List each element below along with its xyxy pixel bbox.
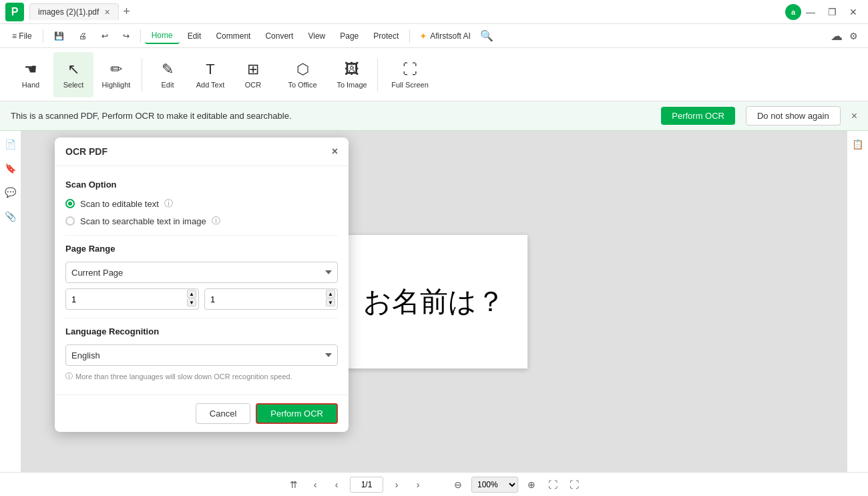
- add-text-tool[interactable]: T Add Text: [190, 52, 230, 97]
- info-icon-2[interactable]: ⓘ: [212, 215, 220, 227]
- fit-page-button[interactable]: ⛶: [545, 477, 561, 493]
- add-text-icon: T: [206, 61, 214, 78]
- tab-home[interactable]: Home: [145, 28, 180, 44]
- tab-protect[interactable]: Protect: [367, 29, 405, 43]
- sidebar-bookmark-icon[interactable]: 🔖: [3, 160, 19, 176]
- spin-up-from[interactable]: ▲: [187, 290, 196, 298]
- edit-tool[interactable]: ✎ Edit: [148, 52, 188, 97]
- last-page-button[interactable]: ›: [410, 477, 426, 493]
- page-range-title: Page Range: [65, 244, 338, 254]
- menu-save[interactable]: 💾: [47, 29, 71, 43]
- perform-ocr-dialog-button[interactable]: Perform OCR: [256, 403, 338, 424]
- right-sidebar: 📋: [847, 131, 868, 472]
- window-controls: — ❐ ✕: [801, 3, 863, 21]
- full-screen-tool[interactable]: ⛶ Full Screen: [383, 52, 437, 97]
- dialog-close-button[interactable]: ×: [332, 146, 338, 158]
- sidebar-attachment-icon[interactable]: 📎: [3, 208, 19, 224]
- cancel-button[interactable]: Cancel: [196, 403, 250, 424]
- select-icon: ↖: [67, 61, 79, 78]
- dialog-overlay: OCR PDF × Scan Option Scan to editable t…: [21, 131, 847, 472]
- to-office-icon: ⬡: [296, 61, 309, 78]
- page-to-input[interactable]: [204, 288, 338, 310]
- sidebar-page-icon[interactable]: 📄: [3, 136, 19, 152]
- to-office-tool[interactable]: ⬡ To Office: [276, 52, 329, 97]
- page-from-input[interactable]: [65, 288, 199, 310]
- first-page-button[interactable]: ⇈: [286, 477, 302, 493]
- zoom-out-button[interactable]: ⊖: [450, 477, 466, 493]
- hand-tool[interactable]: ☚ Hand: [11, 52, 51, 97]
- tab-label: images (2)(1).pdf: [38, 7, 99, 17]
- perform-ocr-button[interactable]: Perform OCR: [661, 107, 735, 125]
- full-screen-icon: ⛶: [403, 61, 417, 78]
- add-text-label: Add Text: [196, 81, 225, 89]
- maximize-button[interactable]: ❐: [823, 3, 841, 21]
- zoom-select[interactable]: 100% 75% 125% 150%: [471, 477, 518, 493]
- add-tab-button[interactable]: +: [119, 4, 135, 20]
- radio-editable-label: Scan to editable text: [80, 199, 159, 209]
- radio-row-2: Scan to searchable text in image ⓘ: [65, 215, 338, 227]
- cloud-icon: ☁: [831, 29, 843, 43]
- tab-view[interactable]: View: [301, 29, 332, 43]
- spin-down-from[interactable]: ▼: [187, 298, 196, 306]
- notification-close-icon[interactable]: ×: [851, 110, 857, 122]
- afirstsoft-label: Afirstsoft AI: [430, 31, 471, 41]
- ocr-label: OCR: [245, 81, 261, 89]
- minimize-button[interactable]: —: [801, 3, 820, 21]
- highlight-icon: ✏: [110, 61, 122, 78]
- zoom-in-button[interactable]: ⊕: [523, 477, 539, 493]
- tab-close-icon[interactable]: ×: [104, 7, 110, 17]
- menu-redo[interactable]: ↪: [116, 29, 136, 43]
- spin-btns-to: ▲ ▼: [326, 290, 335, 306]
- hand-icon: ☚: [24, 61, 37, 78]
- prev-page-button[interactable]: ‹: [307, 477, 323, 493]
- ai-icon: ✦: [419, 31, 427, 41]
- ocr-tool[interactable]: ⊞ OCR: [233, 52, 273, 97]
- sidebar-comment-icon[interactable]: 💬: [3, 184, 19, 200]
- ocr-icon: ⊞: [247, 61, 259, 78]
- tab-edit[interactable]: Edit: [181, 29, 208, 43]
- page-range-select[interactable]: Current Page: [65, 262, 338, 283]
- search-button[interactable]: 🔍: [477, 27, 496, 45]
- full-screen-bottom-button[interactable]: ⛶: [566, 477, 582, 493]
- radio-editable[interactable]: [65, 199, 75, 208]
- language-select[interactable]: English: [65, 344, 338, 366]
- page-to-wrap: ▲ ▼: [204, 288, 338, 310]
- spin-down-to[interactable]: ▼: [326, 298, 335, 306]
- menu-file[interactable]: ≡ File: [5, 29, 39, 43]
- to-image-tool[interactable]: 🖼 To Image: [332, 52, 372, 97]
- to-image-icon: 🖼: [345, 61, 359, 78]
- radio-row-1: Scan to editable text ⓘ: [65, 198, 338, 210]
- tab-convert[interactable]: Convert: [258, 29, 300, 43]
- app-icon: P: [5, 3, 24, 21]
- number-row: ▲ ▼ ▲ ▼: [65, 288, 338, 310]
- select-tool[interactable]: ↖ Select: [53, 52, 93, 97]
- menu-undo[interactable]: ↩: [95, 29, 115, 43]
- menu-separator-3: [409, 29, 410, 43]
- page-input[interactable]: [350, 477, 383, 493]
- close-button[interactable]: ✕: [844, 3, 863, 21]
- next-button[interactable]: ›: [389, 477, 405, 493]
- edit-icon: ✎: [162, 61, 174, 78]
- do-not-show-button[interactable]: Do not show again: [746, 106, 841, 126]
- prev-button[interactable]: ‹: [329, 477, 345, 493]
- hint-text: ⓘ More than three languages will slow do…: [65, 371, 338, 381]
- toolbar: ☚ Hand ↖ Select ✏ Highlight ✎ Edit T Add…: [0, 48, 868, 101]
- tab-page[interactable]: Page: [333, 29, 365, 43]
- highlight-tool[interactable]: ✏ Highlight: [96, 52, 136, 97]
- properties-icon[interactable]: 📋: [850, 136, 866, 152]
- settings-button[interactable]: ⚙: [844, 27, 863, 45]
- spin-up-to[interactable]: ▲: [326, 290, 335, 298]
- to-image-label: To Image: [337, 81, 367, 89]
- main-area: 📄 🔖 💬 📎 お名前は？ OCR PDF × Scan Option Scan…: [0, 131, 868, 472]
- tab-pdf[interactable]: images (2)(1).pdf ×: [29, 3, 119, 20]
- afirstsoft-ai-button[interactable]: ✦ Afirstsoft AI: [414, 28, 476, 44]
- radio-searchable[interactable]: [65, 216, 75, 226]
- menu-print[interactable]: 🖨: [72, 29, 93, 43]
- scan-option-title: Scan Option: [65, 180, 338, 190]
- info-icon-1[interactable]: ⓘ: [164, 198, 173, 210]
- hint-label: More than three languages will slow down…: [75, 373, 292, 381]
- hint-icon: ⓘ: [65, 371, 73, 381]
- tab-comment[interactable]: Comment: [209, 29, 257, 43]
- radio-searchable-label: Scan to searchable text in image: [80, 216, 206, 226]
- avatar: a: [785, 4, 801, 20]
